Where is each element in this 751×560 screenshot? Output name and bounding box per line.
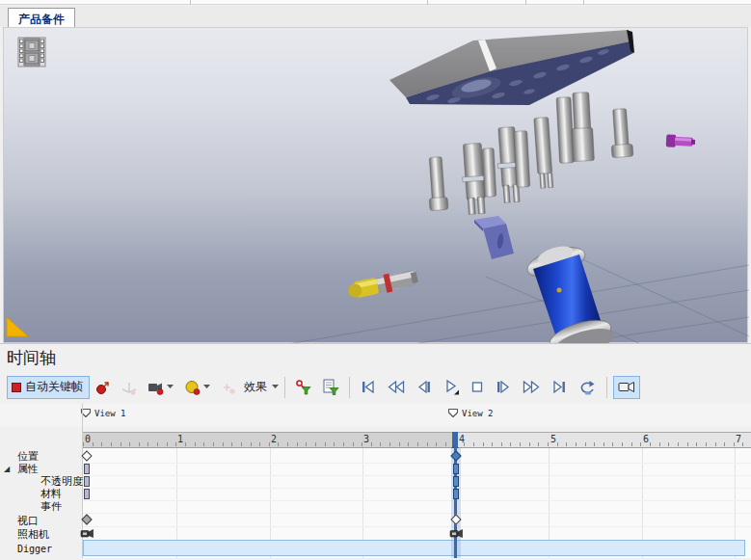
- step-forward-icon: [495, 380, 512, 394]
- ruler-number: 4: [459, 434, 465, 444]
- view-compass-triangle[interactable]: [7, 317, 28, 336]
- application-window: 产品备件: [0, 0, 751, 560]
- timeline-panel-title: 时间轴: [7, 347, 56, 369]
- keyframe-properties-t4[interactable]: [453, 464, 459, 474]
- effects-label[interactable]: 效果: [244, 379, 267, 395]
- keyframe-opacity-t4[interactable]: [453, 476, 459, 487]
- chevron-down-icon: [167, 385, 174, 389]
- track-label-opacity[interactable]: 不透明度: [40, 475, 83, 488]
- camera-keyframe-button[interactable]: [144, 376, 178, 399]
- keyframe-camera-t0[interactable]: [80, 528, 94, 539]
- track-label-material[interactable]: 材料: [40, 488, 62, 500]
- ground-grid: [255, 259, 749, 344]
- ruler-number: 0: [85, 434, 91, 444]
- row-separator: [82, 500, 751, 501]
- step-forward-button[interactable]: [491, 376, 516, 399]
- toolbar-separator: [190, 0, 191, 5]
- camera-mode-button[interactable]: [613, 376, 640, 399]
- go-to-end-button[interactable]: [547, 376, 572, 399]
- chevron-down-icon[interactable]: [272, 385, 280, 389]
- keyframe-properties-t0[interactable]: [84, 464, 90, 474]
- ruler-number: 1: [177, 434, 183, 444]
- filter-key-icon: [295, 379, 312, 395]
- ruler-number: 7: [736, 434, 741, 444]
- keyframe-material-t0[interactable]: [84, 489, 90, 499]
- filter-list-button[interactable]: [318, 376, 343, 399]
- timeline-toolbar: 自动关键帧: [6, 374, 641, 400]
- 3d-viewport[interactable]: [3, 27, 748, 343]
- toolbar-separator: [583, 0, 584, 5]
- 3d-scene[interactable]: [4, 28, 749, 344]
- stop-button[interactable]: [466, 376, 489, 399]
- view-marker-row: View 1 View 2: [0, 404, 751, 427]
- toolbar-separator: [284, 377, 285, 398]
- row-separator: [82, 526, 751, 527]
- filmstrip-icon[interactable]: [17, 37, 46, 67]
- keyframe-opacity-t0[interactable]: [84, 476, 90, 487]
- top-toolbar-edge: [0, 0, 751, 5]
- opacity-keyframe-button[interactable]: [180, 376, 215, 399]
- view-marker-label: View 1: [94, 409, 126, 418]
- view-marker-label: View 2: [462, 409, 494, 418]
- ruler-number: 6: [643, 434, 649, 444]
- fast-forward-icon: [522, 380, 541, 394]
- track-label-properties[interactable]: 属性: [17, 463, 39, 475]
- track-label-camera[interactable]: 照相机: [17, 528, 49, 541]
- record-square-icon: [11, 382, 22, 393]
- row-separator: [82, 475, 751, 476]
- view-marker-1[interactable]: View 1: [80, 408, 126, 418]
- set-keyframe-button[interactable]: [92, 376, 115, 399]
- transform-axes-icon: [121, 380, 138, 395]
- filter-document-icon: [322, 379, 339, 395]
- track-label-viewport[interactable]: 视口: [17, 515, 39, 527]
- filter-keyframe-button[interactable]: [291, 376, 316, 399]
- document-tab-bar: 产品备件: [0, 6, 751, 27]
- effect-keyframe-button[interactable]: [217, 376, 240, 399]
- keyframe-dot-icon: [95, 380, 111, 395]
- part-pin-set[interactable]: [426, 92, 633, 214]
- keyframe-camera-t4[interactable]: [449, 528, 464, 539]
- play-button[interactable]: [439, 376, 464, 399]
- toolbar-separator: [606, 377, 607, 398]
- go-to-start-icon: [360, 380, 377, 394]
- keyframe-material-t4[interactable]: [453, 489, 459, 499]
- rewind-button[interactable]: [383, 376, 410, 399]
- view-marker-2[interactable]: View 2: [447, 408, 494, 418]
- loop-playback-button[interactable]: [574, 376, 601, 399]
- part-top-plate[interactable]: [389, 30, 634, 105]
- camera-mode-icon: [617, 379, 636, 395]
- effect-keyframe-icon: [221, 380, 236, 395]
- toolbar-separator: [525, 0, 526, 5]
- tab-product-spares[interactable]: 产品备件: [8, 8, 75, 28]
- transform-keyframe-button[interactable]: [117, 376, 142, 399]
- timeline-ruler[interactable]: 0 1 2 3 4 5 6 7: [82, 432, 751, 448]
- opacity-keyframe-icon: [184, 380, 201, 395]
- row-separator: [82, 463, 751, 464]
- view-marker-flag-icon: [447, 408, 459, 418]
- part-purple-bracket[interactable]: [474, 216, 514, 259]
- auto-keyframe-button[interactable]: 自动关键帧: [7, 376, 90, 399]
- play-icon: [443, 379, 460, 395]
- loop-playback-icon: [577, 380, 597, 395]
- track-label-position[interactable]: 位置: [17, 450, 39, 463]
- auto-keyframe-label: 自动关键帧: [25, 379, 83, 395]
- step-back-button[interactable]: [412, 376, 437, 399]
- toolbar-separator: [427, 0, 428, 5]
- part-blue-bushing[interactable]: [524, 242, 618, 344]
- digger-track-bar[interactable]: [83, 540, 745, 556]
- track-label-digger[interactable]: Digger: [17, 543, 52, 555]
- part-yellow-shaft[interactable]: [346, 268, 418, 301]
- rewind-icon: [387, 380, 406, 394]
- chevron-down-icon: [203, 385, 211, 389]
- part-purple-screw[interactable]: [666, 134, 696, 148]
- ruler-number: 5: [550, 434, 556, 444]
- fast-forward-button[interactable]: [518, 376, 545, 399]
- expand-collapse-icon[interactable]: ◢: [4, 463, 10, 475]
- go-to-start-button[interactable]: [356, 376, 381, 399]
- track-label-events[interactable]: 事件: [40, 500, 62, 513]
- row-separator: [82, 488, 751, 489]
- row-separator: [82, 513, 751, 514]
- go-to-end-icon: [550, 380, 568, 394]
- ruler-number: 3: [363, 434, 369, 444]
- step-back-icon: [416, 380, 433, 394]
